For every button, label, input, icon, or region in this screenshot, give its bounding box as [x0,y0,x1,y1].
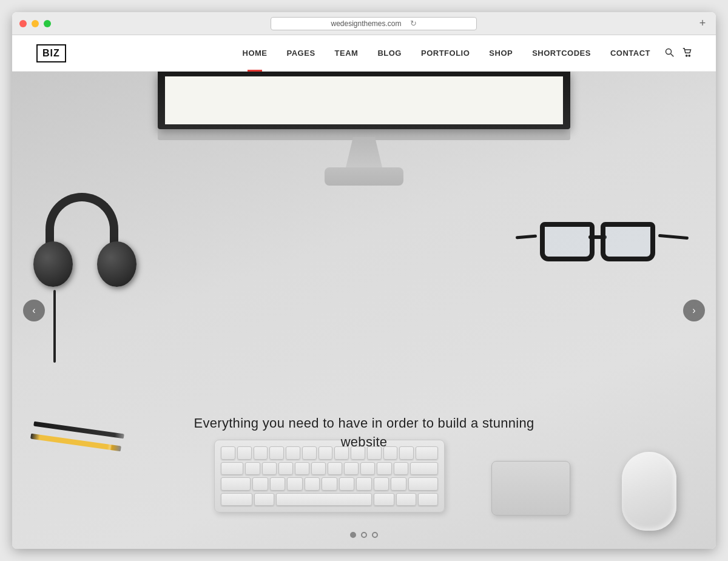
key [328,462,342,475]
imac-stand [325,137,403,186]
logo[interactable]: BIZ [36,44,66,62]
imac-display [158,72,570,138]
key [221,493,252,506]
key [396,493,416,506]
key [377,462,391,475]
key [356,477,372,491]
nav-item-shop[interactable]: SHOP [479,35,522,72]
key [391,477,406,491]
headphones-left-cup [33,241,73,287]
browser-close-btn[interactable] [19,20,27,27]
chevron-right-icon: › [692,305,695,316]
slider-prev-button[interactable]: ‹ [23,300,45,321]
glasses-lens-right [601,222,655,261]
nav-menu: HOME PAGES TEAM BLOG PORTFOLIO SHOP SHOR… [233,35,660,72]
key [295,462,309,475]
address-input[interactable]: wedesignthemes.com ↻ [271,17,477,30]
spacebar [276,493,372,506]
svg-point-0 [666,49,672,54]
key [410,462,438,475]
nav-item-portfolio[interactable]: PORTFOLIO [411,35,479,72]
key [418,493,438,506]
website-content: BIZ HOME PAGES TEAM BLOG PORTFOLIO SHOP … [12,35,716,549]
slider-dots [350,532,378,538]
svg-line-1 [671,53,674,56]
imac-neck [346,137,382,167]
search-icon[interactable] [665,48,674,59]
nav-item-team[interactable]: TEAM [325,35,368,72]
imac-base [325,167,403,186]
key [394,462,408,475]
nav-item-blog[interactable]: BLOG [368,35,411,72]
nav-item-pages[interactable]: PAGES [277,35,325,72]
browser-maximize-btn[interactable] [44,20,51,27]
hero-scene: Everything you need to have in order to … [12,72,716,549]
key [374,493,394,506]
slider-dot-2[interactable] [361,532,367,538]
glasses-frame [528,217,667,266]
mouse [622,452,676,531]
keyboard-row-4 [221,493,438,506]
nav-item-contact[interactable]: CONTACT [601,35,660,72]
cart-icon[interactable] [682,48,692,59]
navbar: BIZ HOME PAGES TEAM BLOG PORTFOLIO SHOP … [12,35,716,72]
key [322,477,337,491]
logo-text: BIZ [36,44,66,62]
nav-item-shortcodes[interactable]: SHORTCODES [522,35,601,72]
browser-titlebar: wedesignthemes.com ↻ + [12,12,716,35]
nav-item-home[interactable]: HOME [233,35,277,72]
keyboard-row-3 [221,477,438,491]
chevron-left-icon: ‹ [32,305,35,316]
svg-point-2 [686,55,687,56]
mouse-body [622,452,676,531]
key [262,462,277,475]
key [408,477,438,491]
key [339,477,355,491]
hero-headline: Everything you need to have in order to … [182,414,546,452]
key [221,477,251,491]
glasses [528,217,667,290]
key [254,493,274,506]
key [344,462,359,475]
imac-screen [165,76,563,124]
key [360,462,375,475]
key [374,477,389,491]
pencils [30,428,127,452]
glasses-arm-right [658,234,689,240]
glasses-lens-left [540,222,595,261]
key [245,462,260,475]
key [270,477,286,491]
keyboard-row-2 [221,462,438,475]
browser-addressbar: wedesignthemes.com ↻ [92,17,655,30]
browser-minimize-btn[interactable] [32,20,39,27]
headphones-cord [53,290,56,363]
key [252,477,268,491]
headphones [30,181,140,363]
glasses-arm-left [516,234,537,239]
key [278,462,293,475]
headphones-right-cup [97,241,136,287]
slider-next-button[interactable]: › [683,300,705,321]
svg-point-3 [689,55,690,56]
key [311,462,326,475]
nav-icons [665,48,692,59]
key [305,477,320,491]
address-text: wedesignthemes.com [331,19,401,28]
trackpad [491,461,570,516]
hero-section: Everything you need to have in order to … [12,72,716,549]
refresh-icon[interactable]: ↻ [410,19,417,28]
slider-dot-3[interactable] [372,532,378,538]
browser-window: wedesignthemes.com ↻ + BIZ HOME PAGES TE… [12,12,716,549]
imac-bezel [158,72,570,129]
key [287,477,303,491]
slider-dot-1[interactable] [350,532,356,538]
add-tab-button[interactable]: + [696,18,709,30]
key [221,462,243,475]
hero-text: Everything you need to have in order to … [182,414,546,452]
